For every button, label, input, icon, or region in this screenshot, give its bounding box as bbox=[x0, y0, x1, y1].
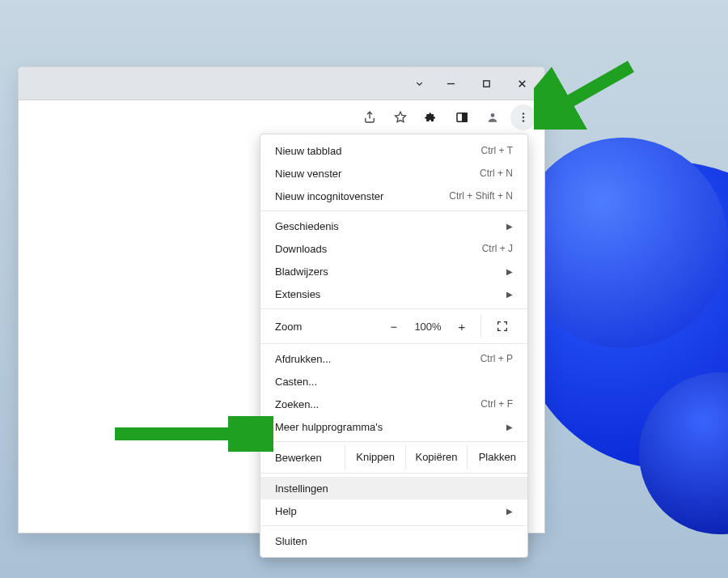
svg-point-7 bbox=[523, 120, 525, 122]
desktop-background: Nieuw tabblad Ctrl + T Nieuw venster Ctr… bbox=[0, 0, 728, 578]
menu-item-label: Casten... bbox=[275, 376, 317, 388]
menu-separator bbox=[260, 210, 527, 211]
menu-bookmarks[interactable]: Bladwijzers ▶ bbox=[260, 260, 527, 283]
menu-item-label: Downloads bbox=[275, 243, 327, 255]
menu-separator bbox=[260, 525, 527, 526]
menu-item-label: Nieuw venster bbox=[275, 168, 341, 180]
menu-item-shortcut: Ctrl + N bbox=[480, 168, 513, 179]
profile-avatar-icon[interactable] bbox=[480, 104, 506, 130]
svg-point-4 bbox=[491, 113, 495, 117]
menu-history[interactable]: Geschiedenis ▶ bbox=[260, 215, 527, 237]
menu-item-shortcut: Ctrl + J bbox=[482, 243, 513, 254]
menu-separator bbox=[260, 308, 527, 309]
submenu-triangle-icon: ▶ bbox=[506, 267, 513, 276]
menu-more-tools[interactable]: Meer hulpprogramma's ▶ bbox=[260, 415, 527, 438]
sidepanel-icon[interactable] bbox=[449, 104, 475, 130]
menu-item-label: Instellingen bbox=[275, 482, 328, 495]
window-titlebar bbox=[19, 67, 544, 100]
annotation-arrow-top bbox=[534, 57, 639, 130]
menu-item-shortcut: Ctrl + P bbox=[480, 353, 513, 364]
menu-item-label: Extensies bbox=[275, 288, 320, 300]
tab-search-chevron-icon[interactable] bbox=[405, 67, 433, 100]
chrome-main-menu: Nieuw tabblad Ctrl + T Nieuw venster Ctr… bbox=[260, 134, 528, 558]
menu-item-shortcut: Ctrl + Shift + N bbox=[449, 190, 513, 202]
edit-label: Bewerken bbox=[260, 452, 345, 464]
menu-item-label: Sluiten bbox=[275, 535, 307, 547]
menu-separator bbox=[260, 343, 527, 344]
window-maximize-button[interactable] bbox=[468, 67, 504, 100]
window-close-button[interactable] bbox=[504, 67, 540, 100]
menu-new-tab[interactable]: Nieuw tabblad Ctrl + T bbox=[260, 139, 527, 162]
svg-point-5 bbox=[523, 113, 525, 115]
menu-zoom-row: Zoom − 100% + bbox=[260, 312, 527, 340]
menu-item-label: Nieuw incognitovenster bbox=[275, 190, 383, 202]
menu-extensions[interactable]: Extensies ▶ bbox=[260, 283, 527, 305]
divider bbox=[480, 315, 481, 338]
svg-rect-1 bbox=[483, 80, 489, 86]
browser-toolbar bbox=[19, 100, 544, 135]
menu-print[interactable]: Afdrukken... Ctrl + P bbox=[260, 347, 527, 370]
window-minimize-button[interactable] bbox=[433, 67, 468, 100]
edit-cut-button[interactable]: Knippen bbox=[345, 445, 405, 470]
extensions-puzzle-icon[interactable] bbox=[418, 104, 444, 130]
menu-item-label: Help bbox=[275, 505, 297, 517]
menu-exit[interactable]: Sluiten bbox=[260, 529, 527, 552]
svg-rect-3 bbox=[463, 113, 467, 122]
menu-item-label: Afdrukken... bbox=[275, 353, 331, 365]
fullscreen-icon[interactable] bbox=[486, 320, 518, 333]
zoom-in-button[interactable]: + bbox=[448, 320, 476, 334]
menu-item-shortcut: Ctrl + T bbox=[481, 145, 513, 156]
submenu-triangle-icon: ▶ bbox=[506, 507, 513, 516]
share-icon[interactable] bbox=[357, 104, 383, 130]
edit-paste-button[interactable]: Plakken bbox=[467, 445, 527, 470]
menu-item-label: Nieuw tabblad bbox=[275, 145, 341, 157]
menu-item-label: Zoeken... bbox=[275, 398, 319, 410]
svg-line-8 bbox=[548, 66, 631, 113]
menu-item-shortcut: Ctrl + F bbox=[480, 398, 513, 410]
menu-find[interactable]: Zoeken... Ctrl + F bbox=[260, 393, 527, 415]
menu-downloads[interactable]: Downloads Ctrl + J bbox=[260, 237, 527, 260]
menu-separator bbox=[260, 473, 527, 474]
bookmark-star-icon[interactable] bbox=[387, 104, 413, 130]
kebab-menu-icon[interactable] bbox=[510, 104, 536, 130]
menu-settings[interactable]: Instellingen bbox=[260, 477, 527, 499]
menu-edit-row: Bewerken Knippen Kopiëren Plakken bbox=[260, 445, 527, 470]
menu-help[interactable]: Help ▶ bbox=[260, 499, 527, 522]
menu-separator bbox=[260, 441, 527, 442]
menu-item-label: Bladwijzers bbox=[275, 266, 328, 278]
submenu-triangle-icon: ▶ bbox=[506, 423, 513, 431]
zoom-label: Zoom bbox=[275, 321, 380, 333]
svg-point-6 bbox=[523, 117, 525, 119]
menu-item-label: Geschiedenis bbox=[275, 220, 339, 232]
menu-item-label: Meer hulpprogramma's bbox=[275, 421, 383, 433]
menu-new-incognito[interactable]: Nieuw incognitovenster Ctrl + Shift + N bbox=[260, 185, 527, 207]
zoom-value: 100% bbox=[408, 321, 448, 333]
edit-copy-button[interactable]: Kopiëren bbox=[405, 445, 466, 470]
submenu-triangle-icon: ▶ bbox=[506, 290, 513, 299]
submenu-triangle-icon: ▶ bbox=[506, 222, 513, 231]
zoom-out-button[interactable]: − bbox=[380, 320, 408, 334]
menu-new-window[interactable]: Nieuw venster Ctrl + N bbox=[260, 162, 527, 185]
menu-cast[interactable]: Casten... bbox=[260, 370, 527, 393]
